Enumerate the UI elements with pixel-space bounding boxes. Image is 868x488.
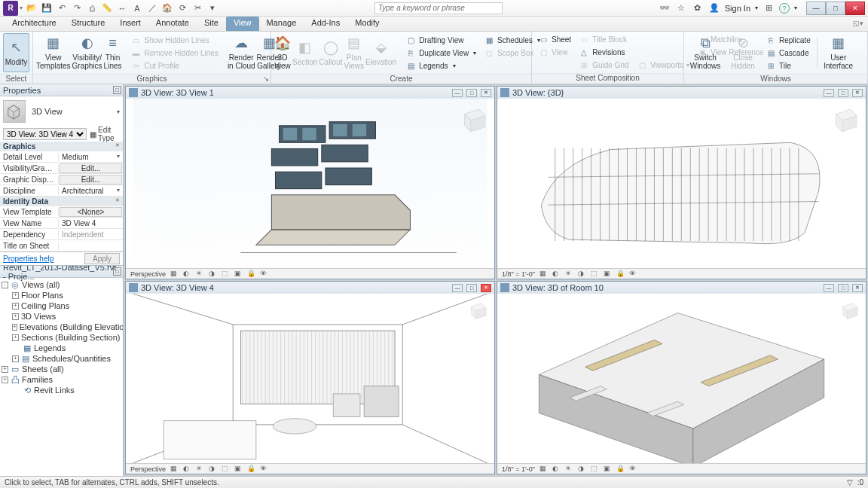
shadow-icon[interactable]: ◑	[578, 270, 586, 278]
viewport-min-button[interactable]: —	[824, 284, 834, 292]
keyword-search[interactable]	[374, 2, 503, 14]
viewport-max-button[interactable]: □	[838, 89, 848, 97]
tree-toggle-icon[interactable]: -	[2, 282, 8, 288]
viewport-max-button[interactable]: □	[466, 89, 477, 97]
tab-addins[interactable]: Add-Ins	[304, 17, 347, 31]
cascade-button[interactable]: ▤Cascade	[763, 47, 814, 59]
remove-hidden-button[interactable]: ▬Remove Hidden Lines	[128, 47, 222, 59]
redo-icon[interactable]: ↷	[71, 2, 83, 14]
prop-value[interactable]: <None>	[60, 207, 122, 217]
sheet-button[interactable]: ▭Sheet	[535, 33, 574, 46]
cropvis-icon[interactable]: ▣	[234, 270, 243, 278]
prop-value[interactable]: 3D View 4	[59, 219, 123, 227]
help-icon[interactable]: ?	[779, 3, 790, 14]
tab-view[interactable]: View	[226, 17, 259, 31]
default3d-icon[interactable]: 🏠	[161, 2, 173, 14]
tab-site[interactable]: Site	[197, 17, 226, 31]
properties-help-link[interactable]: Properties help	[3, 255, 53, 263]
shadow-icon[interactable]: ◑	[209, 270, 217, 278]
help-drop-icon[interactable]: ▾	[794, 5, 797, 11]
drafting-view-button[interactable]: ▢Drafting View	[402, 34, 479, 47]
viewport-close-button[interactable]: ✕	[852, 89, 863, 97]
line-icon[interactable]: ／	[146, 2, 158, 14]
prop-value[interactable]: Edit...	[60, 175, 122, 185]
panel-close-icon[interactable]: □	[113, 86, 121, 94]
visibility-graphics-button[interactable]: ◐Visibility/ Graphics	[72, 33, 102, 72]
exchange-icon[interactable]: ✿	[692, 2, 704, 14]
subs-icon[interactable]: 👓	[659, 2, 671, 14]
viewport-max-button[interactable]: □	[838, 284, 848, 292]
app-menu-arrow[interactable]: ▾	[20, 5, 23, 11]
text-icon[interactable]: A	[131, 2, 143, 14]
modify-button[interactable]: ↖Modify	[3, 33, 29, 72]
undo-icon[interactable]: ↶	[56, 2, 68, 14]
replicate-button[interactable]: ⎘Replicate	[763, 34, 814, 47]
detail-icon[interactable]: ▦	[170, 270, 179, 278]
style-icon[interactable]: ◐	[552, 270, 561, 278]
viewcube[interactable]	[466, 300, 488, 322]
ribbon-collapse-icon[interactable]: ◱▾	[848, 17, 868, 31]
user-icon[interactable]: 👤	[708, 2, 720, 14]
tree-toggle-icon[interactable]: +	[12, 324, 17, 331]
measure-icon[interactable]: 📏	[101, 2, 113, 14]
scale-label[interactable]: 1/8" = 1'-0"	[502, 465, 535, 473]
3dview-button[interactable]: 🏠3D View	[274, 33, 291, 72]
lock-icon[interactable]: 🔒	[616, 270, 625, 278]
duplicate-view-button[interactable]: ⎘Duplicate View▾	[402, 47, 479, 59]
tree-node[interactable]: +Ceiling Plans	[2, 300, 121, 311]
sun-icon[interactable]: ☀	[565, 270, 573, 278]
qat-dropdown-icon[interactable]: ▾	[206, 2, 219, 14]
type-drop-icon[interactable]: ▾	[117, 108, 120, 115]
viewport-canvas[interactable]	[497, 294, 866, 463]
viewport-titlebar[interactable]: 3D View: 3D of Room 10 — □ ✕	[497, 282, 866, 294]
tab-structure[interactable]: Structure	[64, 17, 113, 31]
tree-node[interactable]: +▤Schedules/Quantities	[2, 353, 121, 364]
titleblock-button[interactable]: ▭Title Block	[576, 33, 692, 46]
tree-toggle-icon[interactable]: +	[12, 303, 19, 310]
viewport-canvas[interactable]	[126, 99, 494, 268]
tree-toggle-icon[interactable]: +	[12, 355, 19, 362]
viewport-titlebar[interactable]: 3D View: 3D View 4 — □ ✕	[126, 282, 494, 294]
cropvis-icon[interactable]: ▣	[234, 465, 243, 473]
style-icon[interactable]: ◐	[552, 465, 561, 473]
viewcube[interactable]	[828, 105, 860, 129]
viewadd-button[interactable]: ▢View	[535, 46, 574, 59]
tree-node[interactable]: -◎Views (all)	[2, 279, 121, 290]
section-icon[interactable]: ✂	[191, 2, 203, 14]
legends-button[interactable]: ▤Legends▾	[402, 59, 479, 72]
close-button[interactable]: ✕	[845, 2, 865, 15]
detail-icon[interactable]: ▦	[539, 465, 548, 473]
signin-button[interactable]: Sign In	[725, 4, 750, 13]
minimize-button[interactable]: —	[806, 2, 826, 15]
callout-button[interactable]: ◯Callout	[319, 33, 342, 72]
cropvis-icon[interactable]: ▣	[604, 465, 612, 473]
viewcube[interactable]	[457, 105, 488, 129]
tree-node[interactable]: ▦Legends	[2, 343, 121, 353]
print-icon[interactable]: ⎙	[86, 2, 98, 14]
style-icon[interactable]: ◐	[183, 270, 191, 278]
crop-icon[interactable]: ⬚	[222, 465, 230, 473]
browser-close-icon[interactable]: □	[113, 267, 121, 276]
scale-label[interactable]: Perspective	[130, 465, 166, 473]
expand-icon[interactable]: ↘	[263, 75, 269, 83]
elevation-button[interactable]: ⬙Elevation	[365, 33, 396, 72]
style-icon[interactable]: ◐	[183, 465, 191, 473]
tab-annotate[interactable]: Annotate	[148, 17, 197, 31]
prop-group[interactable]: Identity Data	[0, 197, 123, 206]
viewport-canvas[interactable]	[126, 294, 494, 463]
guidegrid-button[interactable]: ⊞Guide Grid ▢Viewports▾	[576, 59, 692, 72]
prop-value[interactable]: Edit...	[60, 163, 122, 173]
lock-icon[interactable]: 🔒	[247, 465, 255, 473]
tile-button[interactable]: ⊞Tile	[763, 59, 814, 72]
edit-type-button[interactable]: ▦ Edit Type	[90, 126, 120, 142]
detail-icon[interactable]: ▦	[539, 270, 548, 278]
exchange2-icon[interactable]: ⊞	[763, 2, 775, 14]
tab-insert[interactable]: Insert	[112, 17, 148, 31]
scale-label[interactable]: 1/8" = 1'-0"	[502, 270, 535, 278]
shadow-icon[interactable]: ◑	[578, 465, 586, 473]
instance-selector[interactable]: 3D View: 3D View 4	[3, 128, 87, 140]
crop-icon[interactable]: ⬚	[591, 270, 599, 278]
tree-node[interactable]: +Elevations (Building Elevation)	[2, 322, 121, 332]
user-interface-button[interactable]: ▦User Interface	[821, 33, 857, 72]
save-icon[interactable]: 💾	[41, 2, 53, 14]
